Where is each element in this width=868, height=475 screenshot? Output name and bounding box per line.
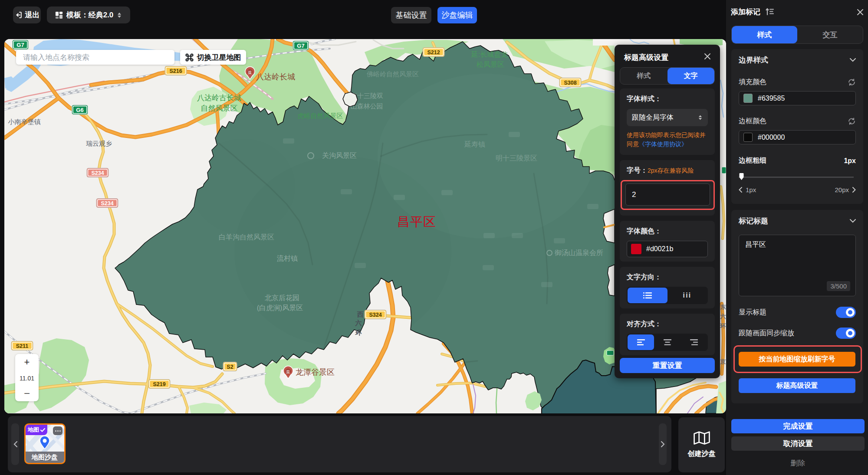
svg-text:(白虎涧)风景区: (白虎涧)风景区 — [257, 304, 303, 311]
svg-text:瑞云观乡: 瑞云观乡 — [86, 140, 112, 147]
svg-text:六: 六 — [355, 319, 362, 327]
svg-text:关沟风景区: 关沟风景区 — [322, 152, 357, 159]
svg-text:白羊沟自然风景区: 白羊沟自然风景区 — [219, 233, 274, 241]
svg-text:御汤山温泉会所: 御汤山温泉会所 — [554, 249, 603, 256]
svg-text:S324: S324 — [369, 312, 381, 318]
svg-text:明十三陵景区: 明十三陵景区 — [496, 154, 537, 162]
svg-text:益: 益 — [248, 70, 252, 75]
svg-text:S2: S2 — [227, 364, 233, 370]
svg-text:虎峪自然风景区: 虎峪自然风景区 — [298, 112, 343, 119]
svg-text:S216: S216 — [169, 68, 182, 74]
svg-text:八达岭古长城: 八达岭古长城 — [197, 94, 241, 102]
svg-text:S219: S219 — [153, 381, 165, 387]
svg-text:环: 环 — [720, 323, 726, 329]
svg-text:佛峪岭自然风景区: 佛峪岭自然风景区 — [366, 70, 419, 78]
svg-text:S212: S212 — [427, 49, 440, 56]
svg-text:S234: S234 — [101, 200, 113, 206]
svg-text:自然风景区: 自然风景区 — [201, 104, 238, 112]
svg-text:G7: G7 — [297, 43, 304, 49]
svg-text:G7: G7 — [16, 42, 24, 48]
svg-text:S234: S234 — [91, 170, 104, 176]
svg-text:G6: G6 — [76, 107, 83, 113]
svg-text:S308: S308 — [564, 80, 576, 86]
svg-text:昌平区: 昌平区 — [397, 215, 436, 229]
svg-text:延寿镇: 延寿镇 — [464, 141, 485, 148]
svg-text:西: 西 — [357, 311, 364, 318]
svg-text:地图沙盘: 地图沙盘 — [31, 453, 58, 461]
svg-text:益: 益 — [286, 370, 290, 374]
svg-text:S211: S211 — [16, 343, 29, 349]
svg-text:小南辛堡镇: 小南辛堡镇 — [8, 118, 41, 125]
svg-text:北京后花园: 北京后花园 — [265, 294, 299, 301]
svg-text:北京十三陵双: 北京十三陵双 — [344, 92, 383, 99]
svg-text:八达岭长城: 八达岭长城 — [256, 72, 295, 81]
svg-text:松凤景区: 松凤景区 — [477, 61, 504, 68]
svg-text:东: 东 — [720, 304, 727, 310]
svg-text:六: 六 — [720, 313, 726, 320]
svg-text:流村镇: 流村镇 — [277, 255, 298, 262]
svg-text:山森林公园: 山森林公园 — [351, 102, 383, 110]
svg-text:京: 京 — [720, 358, 726, 365]
svg-text:延:长城盘龙: 延:长城盘龙 — [471, 51, 508, 58]
svg-text:环: 环 — [355, 329, 362, 336]
svg-text:龙潭谷景区: 龙潭谷景区 — [296, 368, 335, 377]
